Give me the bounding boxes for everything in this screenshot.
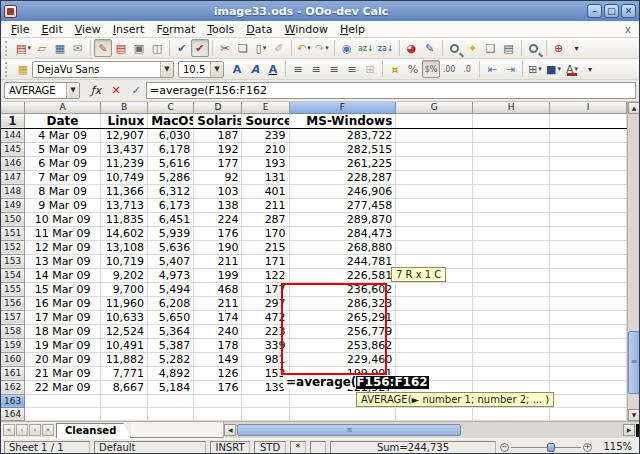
chevron-down-icon[interactable]: ▾ bbox=[263, 44, 267, 52]
cell[interactable]: 286,323 bbox=[289, 296, 396, 310]
font-size-combo[interactable]: 10.5 ▼ bbox=[178, 61, 224, 78]
cell[interactable] bbox=[550, 240, 627, 254]
cell[interactable] bbox=[25, 420, 101, 421]
cell[interactable] bbox=[194, 407, 242, 420]
cell[interactable]: Date bbox=[25, 113, 101, 128]
cell[interactable]: 4,892 bbox=[148, 366, 194, 380]
cell[interactable]: 211 bbox=[242, 198, 289, 212]
cell[interactable]: 178 bbox=[194, 338, 242, 352]
maximize-button[interactable]: □ bbox=[604, 4, 619, 18]
cell[interactable]: 228,287 bbox=[289, 170, 396, 184]
cell[interactable]: 11,835 bbox=[100, 212, 147, 226]
cell[interactable]: 11,882 bbox=[100, 352, 147, 366]
scroll-right-icon[interactable]: ▶ bbox=[623, 424, 635, 436]
cell[interactable]: 4,973 bbox=[148, 268, 194, 282]
cell[interactable]: 5,494 bbox=[148, 282, 194, 296]
document-as-email-icon[interactable]: ✉ bbox=[69, 39, 87, 57]
open-icon[interactable]: ▱ bbox=[33, 39, 51, 57]
cell[interactable]: 6,173 bbox=[148, 198, 194, 212]
menu-help[interactable]: Help bbox=[334, 22, 371, 37]
cell[interactable]: 12,524 bbox=[100, 324, 147, 338]
cell[interactable] bbox=[473, 407, 550, 420]
cell[interactable] bbox=[550, 156, 627, 170]
cell[interactable] bbox=[550, 170, 627, 184]
cell[interactable] bbox=[100, 407, 147, 420]
toolbar-more-icon[interactable]: ▾ bbox=[581, 60, 599, 78]
cell[interactable]: 261,225 bbox=[289, 156, 396, 170]
increase-indent-icon[interactable]: ⇥ bbox=[501, 60, 519, 78]
split-handle[interactable] bbox=[636, 424, 639, 437]
cell[interactable]: 8 Mar 09 bbox=[25, 184, 101, 198]
scroll-up-icon[interactable]: ▲ bbox=[628, 102, 640, 114]
row-header-161[interactable]: 161 bbox=[1, 366, 25, 380]
hyperlink-icon[interactable]: ◉ bbox=[338, 39, 356, 57]
cell[interactable]: 5,939 bbox=[148, 226, 194, 240]
menu-file[interactable]: File bbox=[5, 22, 35, 37]
cell[interactable]: 210 bbox=[242, 142, 289, 156]
cell[interactable]: 18 Mar 09 bbox=[25, 324, 101, 338]
cell[interactable]: 13,437 bbox=[100, 142, 147, 156]
cell[interactable] bbox=[396, 352, 473, 366]
chevron-down-icon[interactable]: ▾ bbox=[574, 65, 578, 73]
cell[interactable]: 11,366 bbox=[100, 184, 147, 198]
delete-decimal-icon[interactable]: .0 bbox=[458, 60, 476, 78]
row-header-152[interactable]: 152 bbox=[1, 240, 25, 254]
currency-format-icon[interactable]: ¤ bbox=[386, 60, 404, 78]
cell[interactable]: 5,286 bbox=[148, 170, 194, 184]
cell[interactable]: 9,700 bbox=[100, 282, 147, 296]
cell[interactable] bbox=[550, 380, 627, 394]
cell[interactable] bbox=[396, 282, 473, 296]
row-header-149[interactable]: 149 bbox=[1, 198, 25, 212]
row-header-155[interactable]: 155 bbox=[1, 282, 25, 296]
cell[interactable]: 226,581 bbox=[289, 268, 396, 282]
row-header-157[interactable]: 157 bbox=[1, 310, 25, 324]
cell[interactable]: 11 Mar 09 bbox=[25, 226, 101, 240]
cell[interactable] bbox=[550, 128, 627, 142]
cell[interactable]: 20 Mar 09 bbox=[25, 352, 101, 366]
save-icon[interactable]: ▦ bbox=[51, 39, 69, 57]
cell[interactable] bbox=[242, 420, 289, 421]
cell[interactable] bbox=[550, 324, 627, 338]
cell[interactable]: 7 Mar 09 bbox=[25, 170, 101, 184]
scroll-left-icon[interactable]: ◀ bbox=[224, 424, 236, 436]
sheet-last-icon[interactable]: » bbox=[42, 424, 54, 436]
cell[interactable]: 6,312 bbox=[148, 184, 194, 198]
cell[interactable]: 223 bbox=[242, 324, 289, 338]
cell[interactable]: 239 bbox=[242, 128, 289, 142]
cell[interactable]: 13,108 bbox=[100, 240, 147, 254]
cell[interactable]: 13,713 bbox=[100, 198, 147, 212]
cell[interactable]: 981 bbox=[242, 352, 289, 366]
cell[interactable] bbox=[550, 254, 627, 268]
row-header-153[interactable]: 153 bbox=[1, 254, 25, 268]
cell[interactable]: 193 bbox=[242, 156, 289, 170]
cell[interactable] bbox=[396, 254, 473, 268]
cell[interactable]: 256,779 bbox=[289, 324, 396, 338]
column-header-A[interactable]: A bbox=[25, 102, 101, 113]
cell[interactable] bbox=[194, 420, 242, 421]
cell[interactable] bbox=[100, 420, 147, 421]
cell[interactable]: 236,602 bbox=[289, 282, 396, 296]
cell[interactable]: 126 bbox=[194, 366, 242, 380]
cell[interactable]: 6,208 bbox=[148, 296, 194, 310]
menu-data[interactable]: Data bbox=[240, 22, 278, 37]
decrease-indent-icon[interactable]: ⇤ bbox=[483, 60, 501, 78]
undo-icon[interactable]: ↶▾ bbox=[295, 39, 313, 57]
chart-icon[interactable]: ◕ bbox=[403, 39, 421, 57]
redo-icon[interactable]: ↷▾ bbox=[313, 39, 331, 57]
cell[interactable]: 176 bbox=[194, 226, 242, 240]
cell[interactable]: Linux bbox=[100, 113, 147, 128]
cell[interactable] bbox=[396, 142, 473, 156]
font-color-icon[interactable]: A▾ bbox=[563, 60, 581, 78]
gallery-icon[interactable]: ❑ bbox=[482, 39, 500, 57]
cell[interactable]: 10 Mar 09 bbox=[25, 212, 101, 226]
cell[interactable] bbox=[396, 420, 473, 421]
draw-functions-icon[interactable]: ✎ bbox=[421, 39, 439, 57]
column-header-D[interactable]: D bbox=[194, 102, 242, 113]
cell[interactable]: 10,749 bbox=[100, 170, 147, 184]
cell[interactable] bbox=[148, 420, 194, 421]
sheet-tab-cleansed[interactable]: Cleansed bbox=[56, 423, 131, 438]
cell[interactable] bbox=[289, 407, 396, 420]
cell[interactable] bbox=[473, 184, 550, 198]
zoom-track[interactable] bbox=[511, 447, 581, 448]
cell[interactable]: 268,880 bbox=[289, 240, 396, 254]
